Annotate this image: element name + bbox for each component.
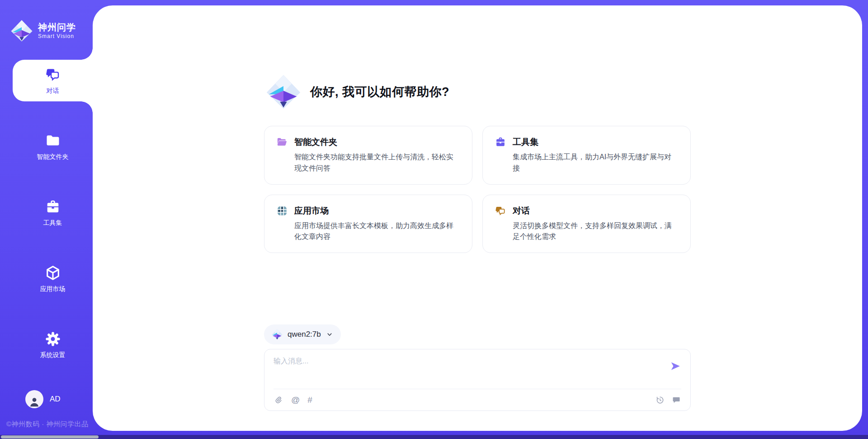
card-title: 工具集 (513, 136, 538, 148)
chat-bubble-icon[interactable] (671, 395, 681, 405)
card-title: 对话 (513, 205, 530, 217)
horizontal-scrollbar (0, 435, 868, 439)
card-title: 智能文件夹 (294, 136, 337, 148)
user-avatar-icon (25, 390, 43, 408)
chevron-down-icon (326, 330, 334, 339)
sidebar-item-app-market[interactable]: 应用市场 (13, 258, 93, 300)
send-icon (670, 360, 681, 372)
scrollbar-thumb[interactable] (1, 435, 99, 439)
sidebar-item-label: 应用市场 (40, 285, 66, 293)
card-description: 应用市场提供丰富长文本模板，助力高效生成多样化文章内容 (294, 220, 460, 243)
card-app-market[interactable]: 应用市场 应用市场提供丰富长文本模板，助力高效生成多样化文章内容 (264, 195, 472, 253)
user-profile[interactable]: AD (0, 390, 93, 408)
chat-icon (495, 205, 506, 217)
gear-icon (45, 331, 61, 347)
toolbox-icon (45, 199, 61, 215)
sidebar: 神州问学 Smart Vision 对话 智能文件夹 工具集 应用市场 (0, 0, 93, 435)
folder-open-icon (276, 136, 288, 148)
model-name: qwen2:7b (288, 330, 321, 339)
main-panel: 你好, 我可以如何帮助你? 智能文件夹 智能文件夹功能支持批量文件上传与清洗，轻… (93, 5, 862, 431)
brand-name: 神州问学 (38, 22, 76, 32)
sidebar-item-label: 系统设置 (40, 351, 66, 359)
card-chat[interactable]: 对话 灵活切换多模型文件，支持多样回复效果调试，满足个性化需求 (482, 195, 691, 253)
message-input[interactable] (274, 357, 662, 382)
sidebar-item-label: 工具集 (43, 219, 62, 227)
gem-diamond-icon (271, 329, 283, 340)
brand-logo: 神州问学 Smart Vision (0, 0, 93, 50)
sidebar-item-toolset[interactable]: 工具集 (13, 192, 93, 234)
gem-diamond-icon (265, 73, 302, 110)
cube-icon (45, 265, 61, 281)
send-button[interactable] (670, 360, 681, 372)
toolbox-icon (495, 136, 506, 148)
sidebar-nav: 对话 智能文件夹 工具集 应用市场 (0, 50, 93, 390)
app-grid-icon (276, 205, 288, 217)
sidebar-item-chat[interactable]: 对话 (13, 60, 93, 101)
card-description: 智能文件夹功能支持批量文件上传与清洗，轻松实现文件问答 (294, 152, 460, 174)
greeting: 你好, 我可以如何帮助你? (265, 73, 691, 110)
attachment-icon[interactable] (274, 395, 283, 405)
user-name: AD (50, 395, 61, 404)
sidebar-item-smart-folder[interactable]: 智能文件夹 (13, 126, 93, 167)
brand-subtitle: Smart Vision (38, 33, 76, 39)
composer-toolbar: @ # (274, 389, 681, 410)
history-icon[interactable] (655, 395, 665, 405)
sidebar-item-settings[interactable]: 系统设置 (13, 324, 93, 366)
folder-icon (45, 133, 61, 149)
card-title: 应用市场 (294, 205, 329, 217)
sidebar-item-label: 对话 (47, 87, 59, 95)
sidebar-item-label: 智能文件夹 (37, 153, 69, 161)
card-description: 灵活切换多模型文件，支持多样回复效果调试，满足个性化需求 (513, 220, 679, 243)
card-toolset[interactable]: 工具集 集成市场上主流工具，助力AI与外界无缝扩展与对接 (482, 126, 691, 185)
hashtag-icon[interactable]: # (307, 396, 312, 404)
feature-cards: 智能文件夹 智能文件夹功能支持批量文件上传与清洗，轻松实现文件问答 工具集 集成… (264, 126, 691, 253)
copyright-footer: ©神州数码 · 神州问学出品 (0, 420, 93, 429)
model-selector[interactable]: qwen2:7b (264, 324, 341, 344)
gem-diamond-icon (10, 19, 33, 43)
card-smart-folder[interactable]: 智能文件夹 智能文件夹功能支持批量文件上传与清洗，轻松实现文件问答 (264, 126, 472, 185)
mention-icon[interactable]: @ (291, 396, 300, 404)
greeting-title: 你好, 我可以如何帮助你? (310, 84, 449, 100)
card-description: 集成市场上主流工具，助力AI与外界无缝扩展与对接 (513, 152, 679, 174)
message-composer: @ # (264, 349, 691, 411)
chat-icon (45, 67, 61, 83)
